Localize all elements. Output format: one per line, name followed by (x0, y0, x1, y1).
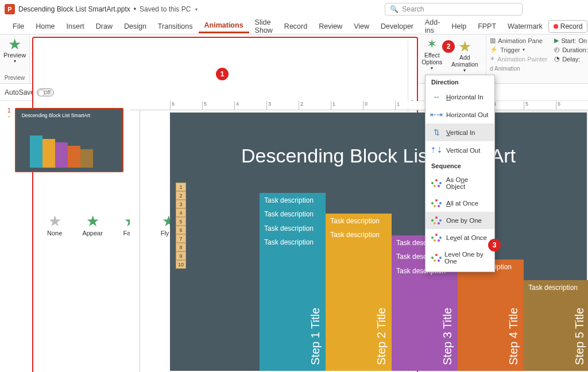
tab-design[interactable]: Design (118, 20, 152, 33)
callout-3: 3 (488, 239, 501, 251)
tab-home[interactable]: Home (30, 20, 60, 33)
effect-options-dropdown: Direction ↔Horizontal In⇤⇥Horizontal Out… (425, 75, 495, 272)
direction-icon: ⇅ (431, 128, 442, 137)
vertical-ruler (130, 110, 140, 372)
painter-icon: ✶ (490, 55, 495, 63)
sequence-option[interactable]: Level at Once (425, 229, 494, 246)
smartart-block-2[interactable]: Step 2 TitleTask descriptionTask descrip… (326, 214, 392, 371)
slide-thumbnail[interactable]: Descending Block List SmartArt (15, 108, 123, 172)
search-placeholder: Search (402, 5, 424, 13)
play-icon: ▶ (554, 37, 559, 44)
horizontal-ruler: 6543210123456 (130, 101, 588, 110)
pane-icon: ▥ (490, 37, 496, 44)
anim-tag[interactable]: 7 (176, 234, 186, 243)
tab-insert[interactable]: Insert (61, 20, 90, 33)
tab-developer[interactable]: Developer (375, 20, 419, 33)
tab-slide-show[interactable]: Slide Show (249, 16, 278, 37)
direction-option[interactable]: ⇡⇣Vertical Out (425, 141, 494, 159)
tab-file[interactable]: File (7, 20, 30, 33)
direction-option[interactable]: ↔Horizontal In (425, 88, 494, 106)
sequence-option[interactable]: All at Once (425, 195, 494, 212)
duration-field[interactable]: ◴Duration: (554, 46, 588, 53)
callout-2: 2 (442, 40, 455, 53)
tab-animations[interactable]: Animations (199, 19, 249, 33)
animation-none[interactable]: ★None (36, 206, 74, 245)
anim-tag[interactable]: 4 (176, 208, 186, 217)
animation-pane-button[interactable]: ▥Animation Pane (490, 37, 547, 44)
smartart-block-4[interactable]: Step 4 TitleTask description (458, 259, 524, 371)
start-dropdown[interactable]: ▶Start: On (554, 37, 588, 44)
file-name: Descending Block List SmartArt.pptx (18, 5, 130, 13)
tab-view[interactable]: View (348, 20, 375, 33)
tab-fppt[interactable]: FPPT (472, 20, 502, 33)
slide-title[interactable]: Descending Block List SmartArt (170, 145, 587, 167)
powerpoint-icon: P (5, 4, 15, 14)
tab-review[interactable]: Review (313, 20, 348, 33)
chevron-down-icon: ▾ (14, 59, 16, 64)
smartart-block-5[interactable]: Step 5 TitleTask description (524, 280, 588, 371)
direction-section-label: Direction (425, 75, 494, 88)
animation-appear[interactable]: ★Appear (74, 206, 111, 245)
search-input[interactable]: 🔍 Search (385, 3, 523, 16)
smartart-blocks[interactable]: Step 1 TitleTask descriptionTask descrip… (260, 193, 588, 371)
save-status[interactable]: Saved to this PC (140, 5, 191, 13)
preview-group: ★ Preview ▾ Preview (0, 34, 30, 83)
tab-watermark[interactable]: Watermark (502, 20, 548, 33)
tab-help[interactable]: Help (446, 20, 472, 33)
direction-icon: ⇤⇥ (431, 110, 442, 119)
anim-tag[interactable]: 5 (176, 217, 186, 226)
sequence-icon (431, 216, 442, 224)
chevron-down-icon[interactable]: ▾ (195, 7, 198, 12)
anim-tag[interactable]: 2 (176, 191, 186, 200)
sequence-option[interactable]: As One Object (425, 172, 494, 195)
anim-tag[interactable]: 9 (176, 251, 186, 260)
preview-button[interactable]: ★ Preview ▾ (3, 37, 26, 64)
delay-field[interactable]: ◔Delay: (554, 55, 588, 63)
add-animation-icon: ★ (458, 39, 471, 54)
callout-1: 1 (216, 68, 229, 80)
timing-group: ▶Start: On ◴Duration: ◔Delay: (551, 34, 588, 83)
direction-icon: ↔ (431, 92, 442, 101)
trigger-button[interactable]: ⚡Trigger▾ (490, 46, 547, 53)
star-icon: ★ (48, 214, 61, 228)
preview-star-icon: ★ (8, 37, 21, 52)
direction-option[interactable]: ⇤⇥Horizontal Out (425, 106, 494, 123)
sequence-icon (431, 199, 442, 207)
animation-indicator-icon: ⋆ (7, 114, 11, 119)
tab-add-ins[interactable]: Add-ins (419, 16, 446, 37)
anim-tag[interactable]: 10 (176, 260, 186, 269)
effect-options-icon: ✶ (427, 37, 437, 52)
title-bar: P Descending Block List SmartArt.pptx • … (0, 0, 588, 18)
tab-transitions[interactable]: Transitions (152, 20, 199, 33)
animation-painter-button: ✶Animation Painter (490, 55, 547, 63)
slide-canvas-area[interactable]: 6543210123456 Descending Block List Smar… (130, 101, 588, 372)
block-title: Step 2 Title (375, 219, 388, 365)
sequence-option[interactable]: One by One (425, 212, 494, 229)
anim-tag[interactable]: 6 (176, 226, 186, 234)
tab-record[interactable]: Record (278, 20, 313, 33)
sequence-icon (431, 234, 442, 242)
slide-number: 1 (7, 107, 11, 114)
record-button[interactable]: Record (548, 20, 588, 33)
trigger-icon: ⚡ (490, 46, 498, 53)
smartart-block-1[interactable]: Step 1 TitleTask descriptionTask descrip… (260, 193, 326, 371)
ribbon-tabs: FileHomeInsertDrawDesignTransitionsAnima… (0, 18, 588, 34)
tab-draw[interactable]: Draw (90, 20, 118, 33)
sequence-section-label: Sequence (425, 159, 494, 172)
record-dot-icon (554, 24, 558, 29)
clock-icon: ◔ (554, 55, 560, 63)
clock-icon: ◴ (554, 46, 560, 53)
autosave-toggle[interactable]: AutoSave Off (5, 88, 51, 96)
slide[interactable]: Descending Block List SmartArt Step 1 Ti… (170, 113, 587, 371)
direction-option[interactable]: ⇅Vertical In (425, 123, 494, 141)
anim-tag[interactable]: 8 (176, 243, 186, 251)
anim-tag[interactable]: 1 (176, 183, 186, 191)
block-title: Step 1 Title (309, 199, 322, 365)
star-icon: ★ (86, 214, 99, 228)
animation-order-tags[interactable]: 12345678910 (176, 183, 186, 269)
sequence-option[interactable]: Level One by One (425, 246, 494, 269)
anim-tag[interactable]: 3 (176, 200, 186, 208)
block-title: Step 5 Title (573, 286, 586, 365)
sequence-icon (431, 254, 440, 262)
sequence-icon (431, 179, 442, 187)
